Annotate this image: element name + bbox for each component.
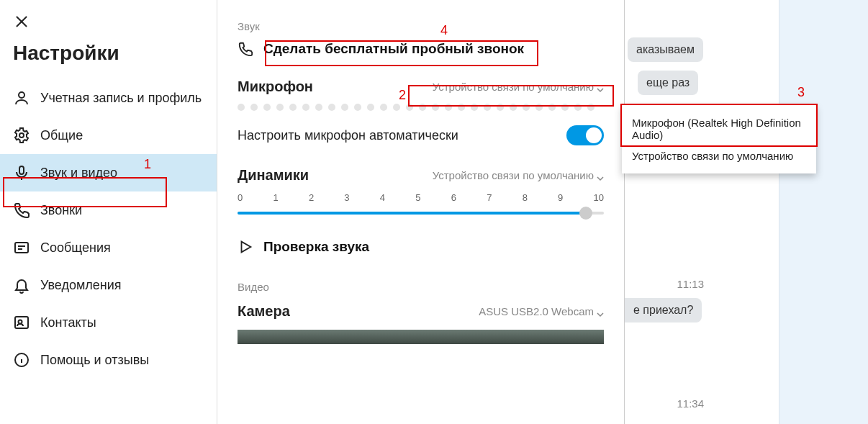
chat-bubble: аказываем	[628, 37, 703, 62]
auto-mic-toggle[interactable]	[566, 125, 604, 145]
volume-slider-ticks: 012 345 678 910	[238, 192, 604, 203]
phone-icon	[13, 202, 30, 219]
sidebar-item-audio-video[interactable]: Звук и видео	[0, 154, 217, 191]
speakers-row: Динамики Устройство связи по умолчанию	[238, 167, 604, 184]
play-icon	[238, 239, 253, 255]
sidebar-item-label: Учетная запись и профиль	[40, 90, 202, 107]
svg-point-0	[19, 92, 24, 98]
sidebar-item-label: Общие	[40, 127, 83, 144]
speakers-device-value: Устройство связи по умолчанию	[433, 169, 594, 181]
sidebar-item-label: Сообщения	[40, 240, 111, 256]
camera-device-value: ASUS USB2.0 Webcam	[479, 305, 594, 317]
sidebar-item-general[interactable]: Общие	[0, 117, 217, 154]
svg-point-1	[19, 133, 24, 137]
sidebar-item-account[interactable]: Учетная запись и профиль	[0, 79, 217, 117]
sidebar-item-notifications[interactable]: Уведомления	[0, 266, 217, 304]
test-sound-row[interactable]: Проверка звука	[238, 239, 604, 255]
annotation-label-1: 1	[144, 157, 151, 172]
chevron-down-icon	[597, 308, 604, 315]
speakers-heading: Динамики	[238, 167, 309, 184]
slider-fill	[238, 212, 586, 215]
dropdown-option[interactable]: Микрофон (Realtek High Definition Audio)	[630, 112, 808, 145]
sound-section-header: Звук	[238, 20, 604, 32]
sidebar-item-label: Уведомления	[40, 277, 122, 294]
test-sound-label: Проверка звука	[263, 239, 369, 255]
volume-slider[interactable]	[238, 206, 604, 220]
info-icon	[13, 351, 30, 369]
svg-rect-3	[15, 243, 28, 253]
camera-preview	[238, 330, 604, 344]
test-call-row[interactable]: Сделать бесплатный пробный звонок	[238, 41, 604, 57]
message-icon	[13, 239, 30, 256]
annotation-label-3: 3	[797, 85, 805, 100]
close-icon[interactable]	[13, 13, 30, 30]
auto-mic-label: Настроить микрофон автоматически	[238, 128, 458, 143]
sidebar-item-label: Звук и видео	[40, 165, 117, 181]
chat-background: аказываем еще раз ls/467892/ 11:13 е при…	[625, 0, 868, 424]
sidebar-item-messages[interactable]: Сообщения	[0, 229, 217, 266]
chevron-down-icon	[597, 172, 604, 179]
chat-bubble: е приехал?	[625, 298, 702, 322]
mic-level-dots	[238, 104, 604, 111]
microphone-row: Микрофон Устройство связи по умолчанию	[238, 78, 604, 95]
video-section-header: Видео	[238, 281, 604, 293]
sidebar-item-label: Контакты	[40, 315, 96, 331]
settings-title: Настройки	[13, 42, 119, 65]
chat-side-shade	[779, 0, 868, 424]
settings-sidebar: Настройки Учетная запись и профиль Общие…	[0, 0, 217, 424]
annotation-label-4: 4	[440, 23, 448, 38]
camera-row: Камера ASUS USB2.0 Webcam	[238, 303, 604, 320]
settings-main-panel: Звук Сделать бесплатный пробный звонок М…	[217, 0, 625, 424]
microphone-dropdown: Микрофон (Realtek High Definition Audio)…	[622, 105, 816, 173]
sidebar-item-calls[interactable]: Звонки	[0, 191, 217, 229]
bell-icon	[13, 276, 30, 294]
sidebar-item-label: Помощь и отзывы	[40, 352, 149, 369]
sidebar-nav: Учетная запись и профиль Общие Звук и ви…	[0, 79, 217, 379]
camera-device-select[interactable]: ASUS USB2.0 Webcam	[479, 305, 604, 317]
camera-heading: Камера	[238, 303, 290, 320]
speakers-device-select[interactable]: Устройство связи по умолчанию	[433, 169, 604, 181]
slider-thumb[interactable]	[579, 207, 592, 220]
microphone-device-value: Устройство связи по умолчанию	[433, 81, 594, 93]
svg-marker-11	[242, 242, 251, 253]
person-icon	[13, 89, 30, 107]
annotation-label-2: 2	[399, 88, 406, 103]
contacts-icon	[13, 314, 30, 331]
sidebar-item-label: Звонки	[40, 202, 82, 219]
auto-mic-row: Настроить микрофон автоматически	[238, 125, 604, 145]
svg-point-7	[19, 320, 22, 324]
chat-bubble: еще раз	[638, 71, 698, 95]
microphone-device-select[interactable]: Устройство связи по умолчанию	[433, 81, 604, 93]
svg-rect-2	[19, 166, 24, 174]
microphone-icon	[13, 164, 30, 181]
test-call-label: Сделать бесплатный пробный звонок	[263, 41, 524, 57]
sidebar-item-help[interactable]: Помощь и отзывы	[0, 341, 217, 379]
gear-icon	[13, 127, 30, 144]
phone-icon	[238, 41, 253, 57]
microphone-heading: Микрофон	[238, 78, 313, 95]
dropdown-option[interactable]: Устройство связи по умолчанию	[630, 145, 808, 166]
chevron-down-icon	[597, 84, 604, 91]
sidebar-item-contacts[interactable]: Контакты	[0, 304, 217, 341]
